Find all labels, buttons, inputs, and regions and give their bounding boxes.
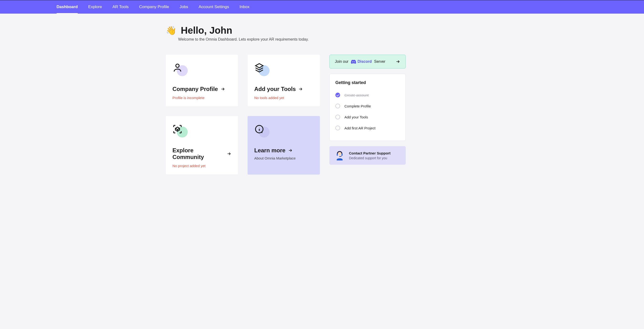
discord-logo: Discord	[351, 60, 372, 64]
support-agent-icon	[335, 150, 345, 160]
arrow-right-icon	[298, 87, 303, 91]
svg-point-2	[338, 152, 341, 155]
card-status: No tools added yet	[254, 96, 313, 100]
gs-item-label: Add first AR Project	[344, 126, 376, 130]
svg-rect-3	[337, 154, 338, 156]
discord-banner[interactable]: Join our Discord Server	[330, 55, 406, 69]
radio-unchecked-icon	[335, 104, 340, 108]
gs-item-complete-profile[interactable]: Complete Profile	[335, 101, 400, 112]
nav-inbox[interactable]: Inbox	[234, 0, 255, 14]
getting-started-title: Getting started	[335, 80, 400, 85]
arrow-right-icon	[288, 148, 293, 153]
card-add-tools[interactable]: Add your Tools No tools added yet	[248, 55, 320, 107]
nav-explore[interactable]: Explore	[83, 0, 107, 14]
arrow-right-icon	[220, 87, 225, 91]
layers-icon	[254, 63, 264, 73]
page-subtitle: Welcome to the Omnia Dashboard. Lets exp…	[178, 37, 478, 42]
person-icon	[172, 63, 182, 73]
wave-emoji: 👋	[166, 26, 176, 36]
check-icon	[335, 93, 340, 97]
nav-dashboard[interactable]: Dashboard	[51, 0, 83, 14]
card-title-text: Explore Community	[172, 147, 224, 160]
card-title-text: Add your Tools	[254, 86, 296, 92]
card-company-profile[interactable]: Company Profile Profile is incomplete	[166, 55, 238, 107]
nav-ar-tools[interactable]: AR Tools	[107, 0, 134, 14]
top-nav: Dashboard Explore AR Tools Company Profi…	[0, 0, 644, 14]
radio-unchecked-icon	[335, 115, 340, 119]
gs-item-create-account[interactable]: Create account	[335, 90, 400, 101]
cube-scan-icon	[172, 124, 182, 134]
card-status: Profile is incomplete	[172, 96, 231, 100]
svg-rect-4	[342, 154, 342, 156]
arrow-right-icon	[226, 151, 231, 156]
discord-prefix: Join our	[335, 60, 348, 64]
gs-item-add-project[interactable]: Add first AR Project	[335, 123, 400, 133]
support-banner[interactable]: Contact Partner Support Dedicated suppor…	[330, 146, 406, 165]
info-icon	[254, 124, 264, 134]
page-greeting: Hello, John	[181, 25, 232, 36]
discord-icon	[351, 60, 356, 64]
radio-unchecked-icon	[335, 126, 340, 130]
discord-suffix: Server	[374, 60, 386, 64]
card-learn-more[interactable]: Learn more About Omnia Marketplace	[248, 116, 320, 175]
card-status: No project added yet	[172, 164, 231, 168]
card-title-text: Learn more	[254, 147, 286, 154]
gs-item-label: Complete Profile	[344, 104, 371, 108]
gs-item-label: Add your Tools	[344, 115, 368, 119]
nav-account-settings[interactable]: Account Settings	[194, 0, 234, 14]
svg-point-5	[340, 156, 340, 157]
card-subtitle: About Omnia Marketplace	[254, 156, 313, 160]
nav-company-profile[interactable]: Company Profile	[134, 0, 174, 14]
gs-item-label: Create account	[344, 93, 369, 97]
support-subtitle: Dedicated support for you	[349, 156, 390, 160]
card-title-text: Company Profile	[172, 86, 218, 92]
arrow-right-icon	[396, 59, 400, 64]
support-title: Contact Partner Support	[349, 151, 390, 155]
nav-jobs[interactable]: Jobs	[174, 0, 194, 14]
card-explore-community[interactable]: Explore Community No project added yet	[166, 116, 238, 175]
getting-started-panel: Getting started Create account Complete …	[330, 74, 406, 141]
svg-point-0	[176, 64, 179, 67]
gs-item-add-tools[interactable]: Add your Tools	[335, 112, 400, 123]
